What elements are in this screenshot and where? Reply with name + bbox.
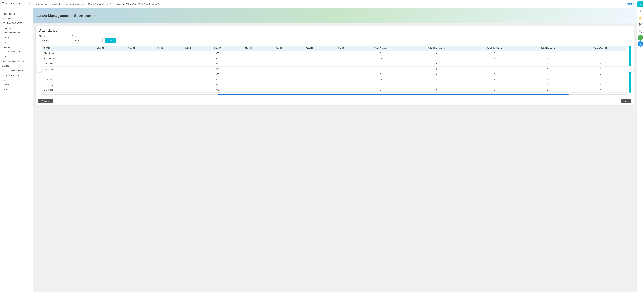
help-button[interactable]: ? (638, 1, 644, 7)
sidebar-item[interactable]: ...BAN... (0, 45, 33, 49)
col-total-holidays: Total Holidays (522, 46, 574, 51)
table-cell: 10 (356, 56, 405, 61)
year-label: Year (72, 35, 102, 37)
sidebar-item[interactable]: Ki...edge...buse | HiHub (0, 59, 33, 63)
page-title: Leave Management - Starmoon (36, 13, 91, 18)
nav-powerzap[interactable]: PowerZap WhatsApp API (88, 2, 113, 6)
table-row: 17...UddinWO00014 (42, 87, 627, 93)
col-total-half: Total Half Days (467, 46, 522, 51)
sidebar-item[interactable]: Le...a M...agement (0, 73, 33, 78)
get-button[interactable]: Get (105, 38, 116, 43)
sidebar-item[interactable]: GO...PANY WEBSITE (0, 21, 33, 26)
profile-icon[interactable]: ☺ (638, 8, 644, 14)
col-tue29: Tue 29 (264, 46, 294, 51)
attendance-header: Attendance Month Year Get (36, 26, 634, 43)
sidebar-item[interactable]: A...llice (0, 63, 33, 68)
table-cell (326, 82, 356, 87)
table-cell (116, 66, 146, 72)
nav-more[interactable]: More ▾ (627, 2, 634, 6)
settings-icon[interactable]: ⚙ (28, 2, 31, 5)
table-cell: 0 (405, 87, 467, 93)
nav-marketplace[interactable]: Marketplace (36, 2, 48, 6)
table-cell (294, 66, 326, 72)
table-cell (84, 56, 116, 61)
scroll-indicator[interactable] (42, 94, 627, 95)
table-cell (116, 82, 146, 87)
table-cell: 0 (405, 72, 467, 77)
table-cell (294, 72, 326, 77)
user-avatar-blue[interactable]: B (638, 41, 643, 47)
table-cell (264, 87, 294, 93)
table-cell (326, 56, 356, 61)
sidebar-item[interactable]: Z... (0, 78, 33, 82)
table-cell (326, 61, 356, 66)
table-cell: 4 (574, 51, 627, 56)
table-cell (147, 87, 174, 93)
header-row: NAME Wed 23 Thu 24 Fri 25 Sat 26 Sun 27 … (42, 46, 627, 51)
attendance-table: NAME Wed 23 Thu 24 Fri 25 Sat 26 Sun 27 … (42, 46, 627, 93)
previous-button[interactable]: Previous (38, 99, 53, 104)
scroll-left-arrow[interactable]: ← (36, 66, 42, 72)
sidebar-item[interactable]: S...manqueries (0, 16, 33, 21)
sidebar-item[interactable]: Libe...nt (0, 54, 33, 59)
sidebar-item[interactable]: ...num...e (0, 26, 33, 30)
table-cell: 17 (356, 82, 405, 87)
nav-installed[interactable]: Installed (52, 2, 60, 6)
right-sidebar: ? ☺ 🔔 💬 🔍 G B (636, 0, 644, 292)
sidebar-item[interactable]: ...site (0, 87, 33, 92)
table-cell: 4 (574, 61, 627, 66)
table-cell (326, 87, 356, 93)
table-cell (233, 87, 264, 93)
next-button[interactable]: Next (620, 99, 631, 104)
table-header: NAME Wed 23 Thu 24 Fri 25 Sat 26 Sun 27 … (42, 46, 627, 51)
table-cell (147, 61, 174, 66)
table-cell (84, 51, 116, 56)
table-cell: 1 (522, 66, 574, 72)
col-sat26: Sat 26 (174, 46, 202, 51)
scroll-right-arrow[interactable]: → (627, 66, 633, 72)
page-title-area: Leave Management - Starmoon ☆ (36, 13, 96, 18)
search-icon[interactable]: 🔍 (638, 28, 644, 34)
bottom-nav: Previous Next (36, 97, 634, 105)
table-cell: WO (202, 66, 233, 72)
table-cell (264, 77, 294, 82)
table-cell: Sara...naz (42, 77, 84, 82)
table-cell: 0 (356, 61, 405, 66)
table-wrapper: ← NAME Wed 23 Thu 24 Fri 25 Sat 26 Sun 2… (36, 46, 634, 93)
table-scroll-area[interactable]: NAME Wed 23 Thu 24 Fri 25 Sat 26 Sun 27 … (42, 46, 627, 93)
table-cell (174, 77, 202, 82)
sidebar-header: ☰ STARMOON ⚙ (0, 0, 33, 7)
sidebar-item[interactable]: ...el Pre (0, 82, 33, 87)
menu-icon[interactable]: ☰ (2, 2, 4, 5)
table-cell: WO (202, 82, 233, 87)
table-cell: 0 (467, 66, 522, 72)
table-cell (174, 61, 202, 66)
table-cell: 0 (522, 56, 574, 61)
sidebar-item[interactable]: ...urchase... (0, 40, 33, 45)
table-row: RC...NEJAWO103204 (42, 56, 627, 61)
table-cell (294, 56, 326, 61)
sidebar-item[interactable]: ...rtoma... (0, 35, 33, 40)
table-cell (147, 56, 174, 61)
table-cell (294, 61, 326, 66)
table-cell (84, 82, 116, 87)
sidebar-item[interactable]: BI... 4 ...plementation R... (0, 68, 33, 73)
sidebar-item[interactable]: ...entommanagement (0, 30, 33, 35)
sidebar-item[interactable]: ...ltrordi...managnet (0, 49, 33, 54)
sidebar-item[interactable]: ...d (0, 7, 33, 11)
month-input[interactable] (39, 38, 70, 43)
chat-icon[interactable]: 💬 (638, 22, 644, 28)
notifications-icon[interactable]: 🔔 (638, 15, 644, 21)
user-avatar-green[interactable]: G (638, 35, 643, 40)
app-logo: STARMOON (6, 2, 20, 5)
table-cell: Ma...Admin (42, 51, 84, 56)
table-cell (147, 82, 174, 87)
nav-wazzup[interactable]: Wazzup (WhatsApp, WhatsApp Business A... (117, 2, 161, 6)
content-area: Leave Management - Starmoon ☆ Attendance… (33, 8, 636, 292)
nav-developer[interactable]: Developer resources (64, 2, 84, 6)
table-cell (233, 51, 264, 56)
favorite-star-icon[interactable]: ☆ (93, 14, 96, 17)
sidebar-item[interactable]: ...and...adects (0, 11, 33, 16)
table-cell (174, 87, 202, 93)
year-input[interactable] (72, 38, 102, 43)
